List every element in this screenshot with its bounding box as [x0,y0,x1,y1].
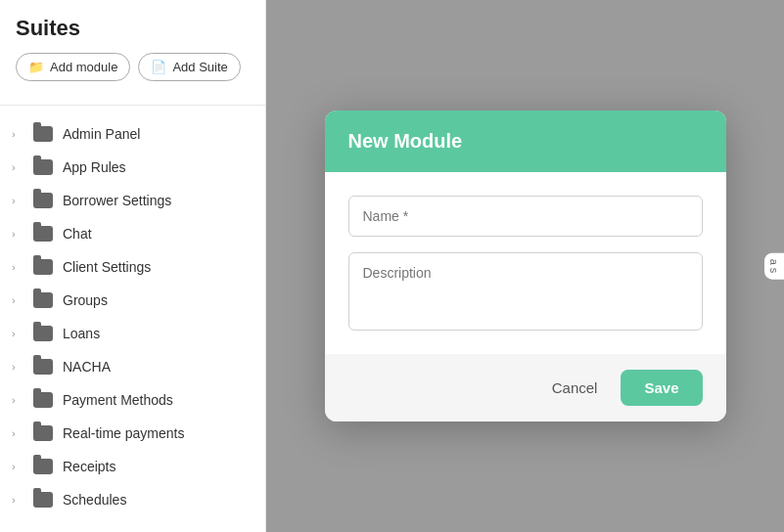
folder-icon [33,159,53,175]
cancel-button[interactable]: Cancel [540,372,610,404]
add-module-label: Add module [50,60,117,74]
chevron-icon: › [12,195,23,206]
sidebar-list: › Admin Panel › App Rules › Borrower Set… [0,117,265,516]
folder-icon [33,492,53,508]
sidebar-item-label: Receipts [63,459,115,474]
sidebar-item-label: Client Settings [63,259,151,275]
folder-icon [33,459,53,474]
sidebar-item-admin-panel[interactable]: › Admin Panel [0,117,265,151]
description-input[interactable] [348,252,703,331]
sidebar-buttons: 📁 Add module 📄 Add Suite [16,53,250,81]
chevron-icon: › [12,328,23,339]
modal-footer: Cancel Save [325,354,726,421]
folder-icon [33,425,53,441]
sidebar-title: Suites [16,16,250,41]
sidebar-item-payment-methods[interactable]: › Payment Methods [0,383,265,417]
sidebar-item-label: Admin Panel [63,126,140,142]
folder-icon [33,226,53,242]
modal-header: New Module [325,111,726,172]
add-suite-button[interactable]: 📄 Add Suite [138,53,240,81]
sidebar-item-client-settings[interactable]: › Client Settings [0,250,265,284]
chevron-icon: › [12,427,23,439]
sidebar-item-groups[interactable]: › Groups [0,284,265,317]
folder-icon [33,326,53,341]
sidebar-item-label: NACHA [63,359,111,375]
modal-title: New Module [348,130,703,153]
suite-icon: 📄 [151,60,166,74]
sidebar-item-receipts[interactable]: › Receipts [0,450,265,483]
main-content: New Module Cancel Save a s [266,0,784,532]
sidebar-item-label: Borrower Settings [63,193,171,208]
chevron-icon: › [12,161,23,173]
right-edge-hint: a s [764,253,784,280]
chevron-icon: › [12,361,23,373]
folder-icon [33,392,53,408]
folder-icon [33,292,53,308]
add-suite-label: Add Suite [172,60,227,74]
sidebar-item-app-rules[interactable]: › App Rules [0,151,265,184]
folder-icon [33,126,53,142]
sidebar-item-borrower-settings[interactable]: › Borrower Settings [0,184,265,217]
sidebar-item-label: Loans [63,326,100,341]
sidebar-item-chat[interactable]: › Chat [0,217,265,250]
sidebar: Suites 📁 Add module 📄 Add Suite › Admin … [0,0,266,532]
sidebar-item-label: App Rules [63,159,126,175]
chevron-icon: › [12,461,23,472]
chevron-icon: › [12,128,23,140]
sidebar-item-schedules[interactable]: › Schedules [0,483,265,516]
chevron-icon: › [12,228,23,240]
sidebar-header: Suites 📁 Add module 📄 Add Suite [0,16,265,93]
folder-icon [33,193,53,208]
sidebar-divider [0,105,265,106]
modal-body [325,172,726,354]
folder-icon [33,359,53,375]
chevron-icon: › [12,294,23,306]
chevron-icon: › [12,494,23,506]
modal-overlay[interactable]: New Module Cancel Save [266,0,784,532]
sidebar-item-loans[interactable]: › Loans [0,317,265,350]
sidebar-item-label: Chat [63,226,92,242]
sidebar-item-real-time-payments[interactable]: › Real-time payments [0,417,265,450]
add-module-button[interactable]: 📁 Add module [16,53,130,81]
name-input[interactable] [348,196,703,237]
sidebar-item-label: Schedules [63,492,126,508]
save-button[interactable]: Save [621,370,702,406]
new-module-modal: New Module Cancel Save [325,111,726,421]
sidebar-item-label: Real-time payments [63,425,185,441]
sidebar-item-nacha[interactable]: › NACHA [0,350,265,383]
chevron-icon: › [12,394,23,406]
sidebar-item-label: Groups [63,292,108,308]
chevron-icon: › [12,261,23,273]
folder-icon [33,259,53,275]
module-icon: 📁 [28,60,44,74]
sidebar-item-label: Payment Methods [63,392,173,408]
